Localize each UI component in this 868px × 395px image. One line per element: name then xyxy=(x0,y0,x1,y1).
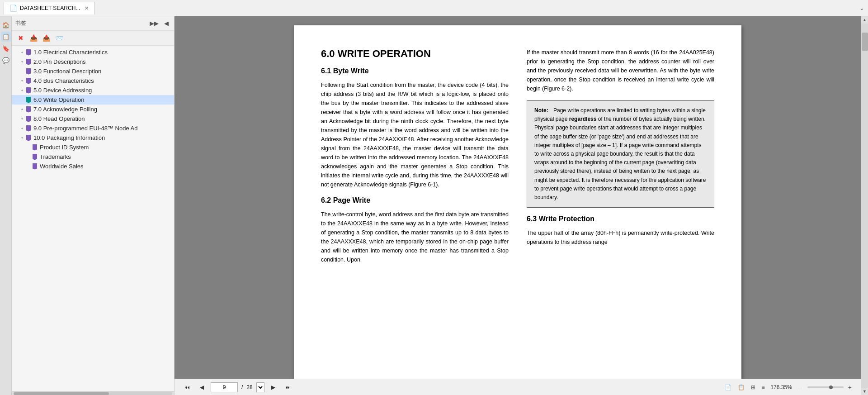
tree-label-1: 1.0 Electrical Characteristics xyxy=(33,49,170,56)
zoom-slider[interactable] xyxy=(807,386,844,388)
pdf-main-heading: 6.0 WRITE OPERATION xyxy=(321,48,509,60)
remove-bookmark-icon[interactable]: ✖ xyxy=(15,33,26,43)
scroll-up-button[interactable]: ▲ xyxy=(861,16,868,24)
note-label: Note: xyxy=(534,107,548,114)
zoom-level-display: 176.35% xyxy=(769,384,792,390)
tree-item-2[interactable]: + 2.0 Pin Descriptions xyxy=(12,57,174,67)
tree-item-11[interactable]: Product ID System xyxy=(12,143,174,152)
home-icon[interactable]: 🏠 xyxy=(1,20,11,30)
sidebar-horizontal-scrollbar[interactable] xyxy=(12,391,174,395)
tree-label-10: 10.0 Packaging Information xyxy=(33,134,170,141)
view-list-icon[interactable]: ≡ xyxy=(760,383,767,391)
left-icon-column: 🏠 📋 🔖 💬 xyxy=(0,16,12,395)
sidebar-nav-next[interactable]: ◀ xyxy=(162,19,170,28)
sidebar: 书签 ▶▶ ◀ ✖ 📥 📤 📨 + 1.0 Electrical Charact… xyxy=(12,16,175,395)
pages-icon[interactable]: 📋 xyxy=(1,32,11,42)
tree-item-4[interactable]: + 4.0 Bus Characteristics xyxy=(12,76,174,86)
main-layout: 🏠 📋 🔖 💬 书签 ▶▶ ◀ ✖ 📥 📤 📨 + 1.0 Electr xyxy=(0,16,868,395)
note-text-post: of the number of bytes actually being wr… xyxy=(534,116,706,200)
bookmark-flag-5 xyxy=(26,87,31,94)
nav-first-button[interactable]: ⏮ xyxy=(182,382,193,393)
expand-icon-8[interactable]: + xyxy=(19,116,25,122)
tree-label-4: 4.0 Bus Characteristics xyxy=(33,77,170,84)
bottom-toolbar: ⏮ ◀ 9 / 28 ▶ ⏭ 📄 📋 ⊞ ≡ 176.35% — + xyxy=(175,379,861,395)
window-expand-icon: ⌄ xyxy=(859,5,864,11)
tree-item-12[interactable]: Trademarks xyxy=(12,152,174,162)
sidebar-actions: ✖ 📥 📤 📨 xyxy=(12,31,174,46)
tree-item-3[interactable]: 3.0 Functional Description xyxy=(12,67,174,76)
bookmark-tree: + 1.0 Electrical Characteristics + 2.0 P… xyxy=(12,46,174,391)
bookmark-flag-7 xyxy=(26,106,31,113)
nav-last-button[interactable]: ⏭ xyxy=(283,382,293,393)
pdf-left-column: 6.0 WRITE OPERATION 6.1 Byte Write Follo… xyxy=(321,48,509,365)
bookmark-flag-10 xyxy=(26,135,31,141)
bookmark-flag-teal-6 xyxy=(26,97,31,103)
tree-label-6: 6.0 Write Operation xyxy=(33,96,170,103)
tree-label-2: 2.0 Pin Descriptions xyxy=(33,58,170,65)
expand-icon-9[interactable]: + xyxy=(19,125,25,132)
pdf-body-63: The upper half of the array (80h-FFh) is… xyxy=(527,228,714,247)
view-dual-icon[interactable]: 📋 xyxy=(736,383,746,391)
page-separator: / xyxy=(241,384,243,390)
pdf-heading-62: 6.2 Page Write xyxy=(321,196,509,205)
page-number-input[interactable]: 9 xyxy=(211,382,238,392)
pdf-page: 6.0 WRITE OPERATION 6.1 Byte Write Follo… xyxy=(294,25,741,379)
tree-item-6[interactable]: 6.0 Write Operation xyxy=(12,95,174,105)
bookmark-flag-8 xyxy=(26,116,31,122)
pdf-heading-63: 6.3 Write Protection xyxy=(527,215,714,223)
pdf-right-column: If the master should transmit more than … xyxy=(527,48,714,365)
move-down-icon[interactable]: 📨 xyxy=(53,33,64,43)
browser-tab[interactable]: 📄 DATASHEET SEARCH... ✕ xyxy=(4,2,94,14)
pdf-body-62: The write-control byte, word address and… xyxy=(321,210,509,264)
pdf-right-intro: If the master should transmit more than … xyxy=(527,48,714,93)
sidebar-header: 书签 ▶▶ ◀ xyxy=(12,16,174,31)
expand-icon-5[interactable]: + xyxy=(19,87,25,94)
expand-icon-7[interactable]: + xyxy=(19,106,25,113)
bookmarks-icon[interactable]: 🔖 xyxy=(1,43,11,53)
tree-label-13: Worldwide Sales xyxy=(40,163,170,170)
window-controls: ⌄ xyxy=(859,5,864,11)
tree-item-5[interactable]: + 5.0 Device Addressing xyxy=(12,86,174,95)
scroll-thumb xyxy=(14,392,109,395)
bookmark-flag-2 xyxy=(26,59,31,65)
zoom-out-button[interactable]: — xyxy=(795,384,805,391)
bookmark-flag-3 xyxy=(26,68,31,75)
tab-close-button[interactable]: ✕ xyxy=(85,5,89,11)
move-up-icon[interactable]: 📤 xyxy=(41,33,52,43)
scroll-down-button[interactable]: ▼ xyxy=(861,388,868,395)
expand-icon-4[interactable]: + xyxy=(19,78,25,84)
bookmark-flag-12 xyxy=(33,154,37,160)
sidebar-header-label: 书签 xyxy=(15,19,26,27)
view-grid-icon[interactable]: ⊞ xyxy=(749,383,757,391)
tree-item-8[interactable]: + 8.0 Read Operation xyxy=(12,114,174,124)
top-tab-bar: 📄 DATASHEET SEARCH... ✕ ⌄ xyxy=(0,0,868,16)
scroll-track xyxy=(14,392,172,395)
page-dropdown[interactable] xyxy=(256,382,264,392)
tree-label-12: Trademarks xyxy=(40,153,170,160)
nav-prev-button[interactable]: ◀ xyxy=(196,382,207,393)
page-total: 28 xyxy=(246,384,252,390)
bookmark-flag-13 xyxy=(33,163,37,170)
expand-icon-2[interactable]: + xyxy=(19,59,25,65)
tree-item-7[interactable]: + 7.0 Acknowledge Polling xyxy=(12,105,174,114)
bottom-right-controls: 📄 📋 ⊞ ≡ 176.35% — + xyxy=(723,383,854,391)
tree-label-8: 8.0 Read Operation xyxy=(33,115,170,122)
zoom-in-button[interactable]: + xyxy=(846,384,854,391)
tree-item-1[interactable]: + 1.0 Electrical Characteristics xyxy=(12,48,174,57)
expand-icon-10[interactable]: + xyxy=(19,135,25,141)
content-area: 6.0 WRITE OPERATION 6.1 Byte Write Follo… xyxy=(175,16,861,395)
note-bold-word: regardless xyxy=(569,116,597,122)
tree-item-13[interactable]: Worldwide Sales xyxy=(12,162,174,171)
expand-icon-1[interactable]: + xyxy=(19,49,25,56)
sidebar-header-actions: ▶▶ ◀ xyxy=(148,19,170,28)
pdf-viewer[interactable]: 6.0 WRITE OPERATION 6.1 Byte Write Follo… xyxy=(175,16,861,379)
tree-label-11: Product ID System xyxy=(40,144,170,151)
sidebar-nav-prev[interactable]: ▶▶ xyxy=(148,19,160,28)
tree-item-10[interactable]: + 10.0 Packaging Information xyxy=(12,133,174,143)
comments-icon[interactable]: 💬 xyxy=(1,55,11,65)
view-single-icon[interactable]: 📄 xyxy=(723,383,733,391)
right-scrollbar[interactable]: ▲ ▼ xyxy=(861,16,868,395)
tree-item-9[interactable]: + 9.0 Pre-programmed EUI-48™ Node Ad xyxy=(12,124,174,133)
add-child-icon[interactable]: 📥 xyxy=(28,33,39,43)
nav-next-button[interactable]: ▶ xyxy=(268,382,279,393)
